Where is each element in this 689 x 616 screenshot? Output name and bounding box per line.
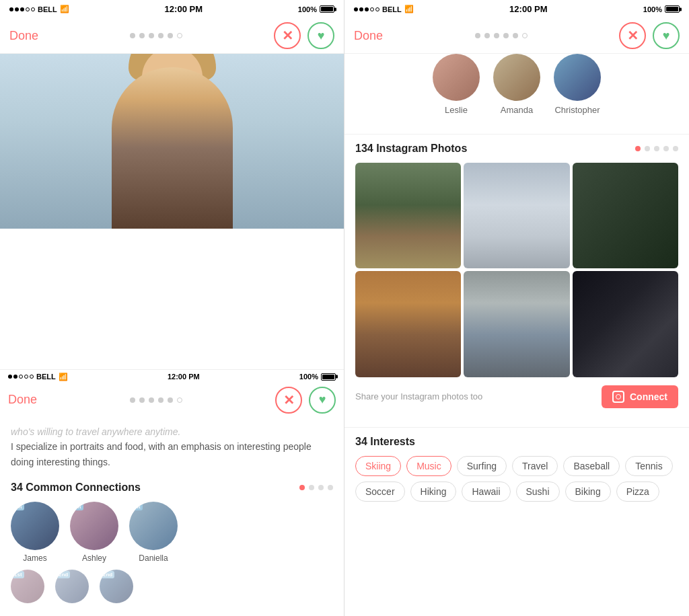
tag-skiing[interactable]: Skiing bbox=[355, 456, 401, 476]
done-button-left[interactable]: Done bbox=[9, 29, 38, 43]
signal-dot-1 bbox=[9, 7, 13, 11]
overlay-done-button[interactable]: Done bbox=[8, 393, 37, 407]
connect-button[interactable]: Connect bbox=[602, 385, 678, 408]
dislike-button-right[interactable]: ✕ bbox=[619, 22, 646, 49]
connection-6: 2nd bbox=[100, 570, 133, 607]
ov-dot-3 bbox=[19, 375, 23, 379]
ig-photo-6 bbox=[573, 271, 678, 377]
ig-2-visual bbox=[464, 163, 569, 268]
overlay-battery bbox=[321, 373, 336, 381]
contact-christopher: Christopher bbox=[554, 54, 601, 115]
ov-dot-4 bbox=[24, 375, 28, 379]
ig-dot-4 bbox=[673, 146, 678, 151]
time-right: 12:00 PM bbox=[509, 4, 547, 14]
ov-nav-dot-2 bbox=[139, 397, 145, 403]
tag-soccer[interactable]: Soccer bbox=[355, 482, 405, 502]
tag-hawaii[interactable]: Hawaii bbox=[462, 482, 510, 502]
overlay-battery-pct: 100% bbox=[299, 373, 318, 381]
conn-dot-2 bbox=[318, 485, 324, 490]
nav-dots-right bbox=[475, 33, 528, 38]
connect-button-label: Connect bbox=[630, 391, 667, 402]
ig-photo-3 bbox=[573, 163, 678, 268]
conn-dot-1 bbox=[309, 485, 314, 490]
instagram-icon bbox=[612, 391, 624, 403]
connections-header: 34 Common Connections bbox=[11, 482, 333, 494]
contacts-row: Leslie Amanda Christopher bbox=[344, 54, 689, 126]
name-christopher: Christopher bbox=[554, 105, 600, 115]
ig-5-visual bbox=[464, 271, 569, 377]
ig-connect-row: Share your Instagram photos too Connect bbox=[355, 385, 678, 408]
status-right-right: 100% bbox=[643, 5, 680, 13]
avatar-amanda bbox=[493, 54, 540, 101]
nav-actions-right: ✕ ♥ bbox=[619, 22, 680, 49]
ig-photo-1 bbox=[355, 163, 461, 268]
tag-pizza[interactable]: Pizza bbox=[616, 482, 659, 502]
ov-nav-dot-5 bbox=[168, 397, 173, 403]
tag-hiking[interactable]: Hiking bbox=[410, 482, 457, 502]
wifi-icon-left: 📶 bbox=[60, 5, 69, 13]
ov-dot-5 bbox=[30, 375, 34, 379]
tag-sushi[interactable]: Sushi bbox=[516, 482, 560, 502]
tag-travel[interactable]: Travel bbox=[512, 456, 558, 476]
connection-james: 1st James bbox=[11, 502, 59, 563]
ig-dot-active bbox=[635, 146, 641, 151]
battery-pct-right: 100% bbox=[643, 5, 662, 13]
dislike-button-left[interactable]: ✕ bbox=[274, 22, 301, 49]
name-ashley: Ashley bbox=[82, 553, 106, 563]
avatar-ashley: 1st bbox=[70, 502, 118, 550]
r-signal-dot-4 bbox=[370, 7, 374, 11]
overlay-nav: Done ✕ ♥ bbox=[0, 384, 344, 418]
overlay-status-left: BELL 📶 bbox=[8, 373, 68, 381]
overlay-carrier: BELL bbox=[36, 373, 56, 381]
instagram-title: 134 Instagram Photos bbox=[355, 143, 467, 155]
tag-baseball[interactable]: Baseball bbox=[563, 456, 620, 476]
nav-dot-2 bbox=[139, 33, 145, 38]
divider-2 bbox=[344, 427, 689, 428]
nav-actions-left: ✕ ♥ bbox=[274, 22, 334, 49]
connection-5: 2nd bbox=[55, 570, 89, 607]
ig-photo-5 bbox=[464, 271, 569, 377]
nav-bar-left: Done ✕ ♥ bbox=[0, 18, 344, 54]
badge-daniella: 1st bbox=[131, 503, 143, 510]
bio-main-text: I specialize in portraits and food, with… bbox=[11, 439, 333, 469]
nav-dot-4 bbox=[158, 33, 164, 38]
ig-photo-4 bbox=[355, 271, 461, 377]
like-button-left[interactable]: ♥ bbox=[307, 22, 334, 49]
ov-nav-dot-6 bbox=[177, 397, 182, 403]
badge-4: 1st bbox=[12, 571, 24, 578]
done-button-right[interactable]: Done bbox=[354, 29, 383, 43]
connection-daniella: 1st Daniella bbox=[129, 502, 178, 563]
person-figure bbox=[112, 67, 233, 229]
avatar-daniella: 1st bbox=[129, 502, 178, 550]
nav-bar-right: Done ✕ ♥ bbox=[344, 18, 689, 54]
carrier-left: BELL bbox=[38, 5, 57, 13]
overlay-dislike-button[interactable]: ✕ bbox=[275, 387, 302, 414]
signal-dot-2 bbox=[15, 7, 19, 11]
ig-dot-3 bbox=[663, 146, 669, 151]
overlay-like-button[interactable]: ♥ bbox=[309, 387, 336, 414]
tag-biking[interactable]: Biking bbox=[565, 482, 611, 502]
instagram-header: 134 Instagram Photos bbox=[355, 143, 678, 155]
ig-1-visual bbox=[355, 163, 461, 268]
r-nav-dot-3 bbox=[494, 33, 499, 38]
ig-6-visual bbox=[573, 271, 678, 377]
battery-fill-left bbox=[321, 7, 333, 11]
right-phone-content: Leslie Amanda Christopher 134 Instagram … bbox=[344, 54, 689, 616]
instagram-dots bbox=[635, 146, 678, 151]
connections-row-2: 1st 2nd 2nd bbox=[11, 570, 333, 607]
status-bar-right: BELL 📶 12:00 PM 100% bbox=[344, 0, 689, 18]
signal-dot-5 bbox=[31, 7, 35, 11]
avatar-6: 2nd bbox=[100, 570, 133, 603]
battery-icon-left bbox=[320, 5, 334, 13]
overlay-signal bbox=[8, 375, 34, 379]
r-nav-dot-1 bbox=[475, 33, 480, 38]
r-nav-dot-2 bbox=[484, 33, 490, 38]
tag-music[interactable]: Music bbox=[406, 456, 451, 476]
carrier-right: BELL bbox=[382, 5, 402, 13]
ov-nav-dot-4 bbox=[158, 397, 164, 403]
nav-dot-5 bbox=[168, 33, 173, 38]
tag-surfing[interactable]: Surfing bbox=[457, 456, 507, 476]
like-button-right[interactable]: ♥ bbox=[653, 22, 680, 49]
tag-tennis[interactable]: Tennis bbox=[625, 456, 672, 476]
status-bar-left: BELL 📶 12:00 PM 100% bbox=[0, 0, 344, 18]
